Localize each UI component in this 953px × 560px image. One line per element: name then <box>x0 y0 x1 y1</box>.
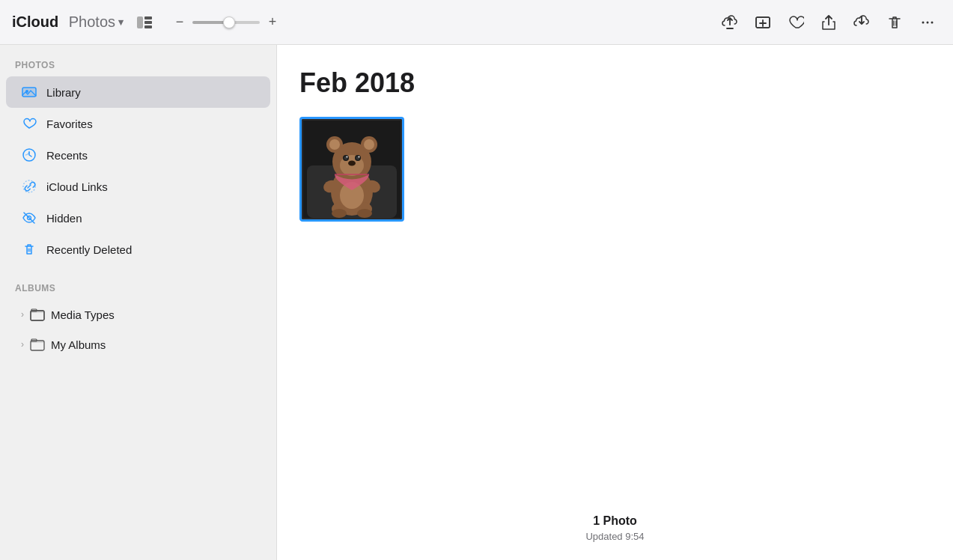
svg-point-11 <box>927 21 929 23</box>
library-icon <box>21 84 37 100</box>
sidebar-item-favorites-label: Favorites <box>46 118 93 130</box>
albums-section: Albums › Media Types › <box>0 283 276 359</box>
media-types-chevron-icon: › <box>21 309 24 320</box>
zoom-slider[interactable] <box>192 21 260 24</box>
svg-rect-2 <box>144 21 152 24</box>
upload-button[interactable] <box>716 9 743 36</box>
upload-icon <box>722 14 738 31</box>
svg-rect-3 <box>144 25 152 28</box>
toolbar: iCloud Photos ▾ − + <box>0 0 953 45</box>
media-types-folder-icon <box>30 307 45 322</box>
svg-point-12 <box>931 21 934 23</box>
sidebar-item-media-types-label: Media Types <box>51 308 115 321</box>
download-icon <box>853 14 870 31</box>
sidebar-item-library[interactable]: Library <box>6 76 270 108</box>
albums-section-title: Albums <box>0 283 276 299</box>
photo-area-title: Feb 2018 <box>299 67 931 99</box>
add-to-shared-album-icon <box>755 14 771 31</box>
add-to-shared-album-button[interactable] <box>749 9 776 36</box>
photo-updated: Updated 9:54 <box>299 531 931 542</box>
zoom-out-button[interactable]: − <box>171 14 188 31</box>
sidebar-item-hidden[interactable]: Hidden <box>6 202 270 234</box>
my-albums-chevron-icon: › <box>21 339 24 350</box>
sidebar-item-icloud-links-label: iCloud Links <box>46 180 108 193</box>
sidebar-item-favorites[interactable]: Favorites <box>6 108 270 139</box>
favorites-icon <box>21 115 37 132</box>
svg-point-39 <box>329 139 340 150</box>
icloud-links-icon <box>21 178 37 195</box>
photo-area: Feb 2018 <box>277 45 953 560</box>
sidebar-item-icloud-links[interactable]: iCloud Links <box>6 171 270 202</box>
svg-point-45 <box>347 156 348 158</box>
favorite-icon <box>788 14 804 31</box>
svg-point-33 <box>357 209 372 218</box>
svg-point-49 <box>348 161 356 166</box>
sidebar-item-hidden-label: Hidden <box>46 212 82 225</box>
teddy-svg <box>303 121 401 218</box>
teddy-photo <box>302 119 402 219</box>
photo-grid <box>299 117 931 499</box>
sidebar-toggle-button[interactable] <box>133 10 156 34</box>
svg-point-32 <box>332 209 347 218</box>
photos-section-title: Photos <box>0 60 276 76</box>
sidebar-item-recently-deleted[interactable]: Recently Deleted <box>6 234 270 265</box>
hidden-icon <box>21 210 37 226</box>
toolbar-left: iCloud Photos ▾ − + <box>12 10 716 34</box>
delete-button[interactable] <box>881 9 908 36</box>
recently-deleted-icon <box>21 241 37 258</box>
delete-icon <box>886 14 903 31</box>
toolbar-right <box>716 9 941 36</box>
sidebar-item-library-label: Library <box>46 86 81 99</box>
app-title-chevron: ▾ <box>118 16 124 28</box>
share-icon <box>820 14 837 31</box>
app-title-photos: Photos <box>69 13 115 31</box>
sidebar-toggle-icon <box>137 16 152 28</box>
photo-status: 1 Photo Updated 9:54 <box>299 499 931 560</box>
zoom-in-button[interactable]: + <box>264 14 281 31</box>
svg-point-10 <box>922 21 925 23</box>
app-title[interactable]: iCloud Photos ▾ <box>12 13 124 31</box>
app-title-icloud: iCloud <box>12 13 58 31</box>
main-content: Photos Library Favorites <box>0 45 953 560</box>
sidebar-item-recents[interactable]: Recents <box>6 139 270 171</box>
photo-count: 1 Photo <box>299 514 931 528</box>
download-button[interactable] <box>848 9 875 36</box>
share-button[interactable] <box>815 9 842 36</box>
more-button[interactable] <box>914 9 941 36</box>
more-icon <box>919 14 936 31</box>
recents-icon <box>21 147 37 163</box>
svg-point-41 <box>364 139 374 150</box>
photo-thumbnail[interactable] <box>299 117 404 222</box>
zoom-control: − + <box>171 14 281 31</box>
my-albums-folder-icon <box>30 337 45 352</box>
sidebar-item-recents-label: Recents <box>46 149 88 162</box>
sidebar-item-my-albums[interactable]: › My Albums <box>6 329 270 359</box>
svg-rect-1 <box>144 16 152 19</box>
sidebar-item-my-albums-label: My Albums <box>51 338 106 351</box>
sidebar-item-recently-deleted-label: Recently Deleted <box>46 243 132 256</box>
sidebar-item-media-types[interactable]: › Media Types <box>6 299 270 329</box>
favorite-button[interactable] <box>782 9 809 36</box>
svg-point-48 <box>359 156 360 158</box>
svg-rect-0 <box>137 16 143 28</box>
sidebar: Photos Library Favorites <box>0 45 277 560</box>
